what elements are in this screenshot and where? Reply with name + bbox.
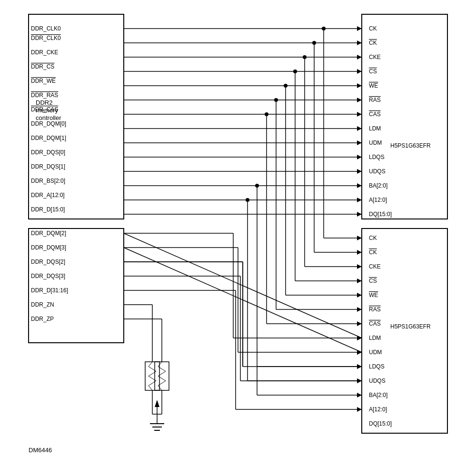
- rsig-bot-cke: CKE: [369, 263, 381, 270]
- rsig-we: WE: [369, 82, 378, 89]
- arrow-bot-ckbar: [357, 250, 362, 255]
- rsig-cas: CAS: [369, 111, 381, 118]
- rsig-ldm: LDM: [369, 125, 381, 132]
- sig-dqm2: DDR_DQM[2]: [31, 230, 66, 237]
- sig-ddr-cas: DDR_CAS: [31, 106, 58, 113]
- arrow-udm-bot: [357, 350, 362, 355]
- arrow-bot-we: [357, 293, 362, 298]
- arrow-dqs0: [357, 155, 362, 159]
- rsig-bot-cs: CS: [369, 278, 377, 284]
- sig-dqs2: DDR_DQS[2]: [31, 258, 65, 265]
- rsig-cke: CKE: [369, 54, 381, 60]
- resistor2: [155, 362, 169, 390]
- sig-ddr-cs: DDR_CS: [31, 63, 54, 70]
- sig-dqm1: DDR_DQM[1]: [31, 135, 66, 141]
- arrow-ras: [357, 98, 362, 102]
- rsig-cs: CS: [369, 68, 377, 75]
- rsig-bot-ck-bar: CK: [369, 249, 377, 256]
- arrow-clk0bar: [357, 40, 362, 45]
- arrow-dqs1: [357, 169, 362, 174]
- sig-d31: DDR_D[31:16]: [31, 287, 68, 294]
- rsig-bot-ldqs: LDQS: [369, 363, 385, 370]
- right-block-bottom: [362, 228, 447, 433]
- rsig-bot-dq15: DQ[15:0]: [369, 420, 392, 427]
- arrow-dqm1: [357, 140, 362, 145]
- arrow-cke: [357, 55, 362, 60]
- sig-ddr-cke: DDR_CKE: [31, 49, 58, 56]
- arrow-cs: [357, 69, 362, 74]
- sig-bs: DDR_BS[2:0]: [31, 178, 65, 184]
- rsig-a12: A[12:0]: [369, 197, 387, 203]
- sig-zp: DDR_ZP: [31, 316, 54, 322]
- sig-ddr-clk0-bar: DDR_CLK0: [31, 35, 61, 41]
- chip-label-top: H5PS1G63EFR: [390, 142, 431, 149]
- rsig-bot-we: WE: [369, 292, 378, 298]
- arrow-d15: [357, 212, 362, 217]
- arrow-ldqs-bot: [357, 364, 362, 369]
- arrow-a: [357, 198, 362, 202]
- arrow-bs: [357, 183, 362, 188]
- rsig-ras: RAS: [369, 97, 381, 103]
- dm6446-label: DM6446: [29, 447, 52, 454]
- resistor1: [145, 362, 159, 390]
- sig-dqm0: DDR_DQM[0]: [31, 120, 66, 127]
- arrow-clk0: [357, 26, 362, 31]
- rsig-ba: BA[2:0]: [369, 182, 387, 189]
- sig-dqm3: DDR_DQM[3]: [31, 244, 66, 251]
- rsig-dq15: DQ[15:0]: [369, 211, 392, 218]
- sig-dqs1: DDR_DQS[1]: [31, 163, 65, 170]
- arrow-bot-cas: [357, 321, 362, 326]
- arrow-we: [357, 83, 362, 88]
- sig-dqs3: DDR_DQS[3]: [31, 273, 65, 279]
- sig-d15: DDR_D[15:0]: [31, 206, 65, 213]
- sig-ddr-clk0: DDR_CLK0: [31, 25, 61, 32]
- controller-label: DDR2: [36, 99, 52, 106]
- sig-dqs0: DDR_DQS[0]: [31, 149, 65, 156]
- rsig-bot-udqs: UDQS: [369, 378, 386, 384]
- arrow-ba-bot: [357, 393, 362, 397]
- arrow-bot-cke: [357, 264, 362, 269]
- arrow-dq-bot: [357, 407, 362, 412]
- sig-ddr-we: DDR_WE: [31, 78, 56, 84]
- rsig-bot-ck: CK: [369, 235, 377, 241]
- rsig-bot-ba: BA[2:0]: [369, 392, 387, 398]
- arrow-bot-ck: [357, 236, 362, 240]
- chip-label-bottom: H5PS1G63EFR: [390, 323, 431, 330]
- rsig-bot-udm: UDM: [369, 349, 382, 356]
- rsig-ldqs: LDQS: [369, 154, 385, 160]
- arrow-udqs-bot: [357, 378, 362, 383]
- sig-zn: DDR_ZN: [31, 301, 54, 308]
- arrow-dqm0: [357, 126, 362, 131]
- arrow-cas: [357, 112, 362, 117]
- rsig-bot-cas: CAS: [369, 320, 381, 327]
- rsig-bot-ldm: LDM: [369, 335, 381, 341]
- arrow-ldm-bot: [357, 336, 362, 340]
- rsig-udqs: UDQS: [369, 168, 386, 175]
- arrow-bot-ras: [357, 307, 362, 312]
- rsig-bot-a12: A[12:0]: [369, 406, 387, 413]
- rsig-ck-bar: CK: [369, 40, 377, 46]
- arrow-bot-cs: [357, 278, 362, 283]
- sig-a: DDR_A[12:0]: [31, 192, 65, 199]
- schematic-diagram: DDR2 memory controller DM6446 H5PS1G63EF…: [0, 0, 476, 457]
- rsig-bot-ras: RAS: [369, 306, 381, 313]
- sig-ddr-ras: DDR_RAS: [31, 92, 58, 99]
- up-arrow: [155, 400, 159, 407]
- rsig-ck: CK: [369, 25, 377, 32]
- rsig-udm: UDM: [369, 139, 382, 146]
